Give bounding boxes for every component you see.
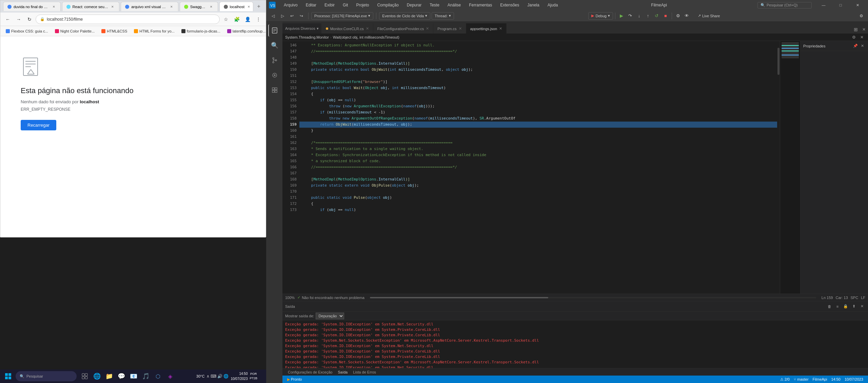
app4-btn[interactable]: ◈ xyxy=(164,370,176,382)
titlebar-exibir[interactable]: Exibir xyxy=(322,1,337,9)
step-over-button[interactable]: ↷ xyxy=(626,12,634,20)
breadcrumb-class[interactable]: System.Threading.Monitor xyxy=(285,35,329,39)
debug-config-dropdown[interactable]: ▶ Debug ▾ xyxy=(588,12,613,20)
tab-close-btn-3[interactable]: ✕ xyxy=(499,26,502,31)
menu-button[interactable]: ⋮ xyxy=(254,15,263,24)
volume-icon[interactable]: 🔊 xyxy=(217,374,222,379)
process-dropdown[interactable]: Processo: [16176] FilmeApi.exe ▾ xyxy=(311,12,373,20)
stop-button[interactable]: ■ xyxy=(662,12,670,20)
profile-button[interactable]: 👤 xyxy=(243,15,252,24)
maximize-button[interactable]: □ xyxy=(833,0,848,10)
editor-tab-2[interactable]: Program.cs ✕ xyxy=(433,23,466,34)
clear-output-btn[interactable]: 🗑 xyxy=(826,303,833,310)
browser-tab-3[interactable]: Swagger UI ✕ xyxy=(180,2,218,11)
address-bar[interactable]: 🔒 localhost:7150/filme xyxy=(36,15,220,24)
extensions-sidebar-icon[interactable] xyxy=(268,84,280,96)
taskbar-search[interactable]: 🔍 Pesquisar xyxy=(16,371,77,381)
bottom-tab-0[interactable]: Configurações de Exceção xyxy=(285,369,335,375)
project-item[interactable]: FilmeApi xyxy=(811,376,829,383)
extensions-button[interactable]: 🧩 xyxy=(232,15,241,24)
close-button[interactable]: ✕ xyxy=(850,0,865,10)
settings-btn[interactable]: ⚙ xyxy=(850,34,857,41)
edge-btn[interactable]: 🌐 xyxy=(91,370,103,382)
close-all-tabs[interactable]: ✕ xyxy=(860,25,868,34)
run-status-item[interactable]: ▶ Pronto xyxy=(285,376,304,383)
editor-tab-1[interactable]: FileConfigurationProvider.cs ✕ xyxy=(373,23,434,34)
open-output-btn[interactable]: ⬆ xyxy=(850,303,857,310)
tray-up-icon[interactable]: ∧ xyxy=(206,374,210,379)
titlebar-git[interactable]: Git xyxy=(340,1,351,9)
errors-item[interactable]: ⚠ 2/0 xyxy=(778,376,792,383)
file-explorer-btn[interactable]: 📁 xyxy=(103,370,115,382)
toolbar-undo[interactable]: ↩ xyxy=(288,12,296,20)
app3-btn[interactable]: ⬡ xyxy=(152,370,164,382)
live-share-button[interactable]: ↗ Live Share xyxy=(695,13,723,19)
show-desktop-btn[interactable] xyxy=(259,370,263,382)
start-button[interactable] xyxy=(1,369,15,383)
browser-tab-4[interactable]: localhost ✕ xyxy=(219,2,253,11)
close-editor-btn[interactable]: ✕ xyxy=(859,34,865,41)
tab-close-0[interactable]: ✕ xyxy=(52,4,56,9)
forward-button[interactable]: → xyxy=(14,15,23,24)
explorer-icon[interactable] xyxy=(268,24,280,37)
minimize-button[interactable]: — xyxy=(816,0,831,10)
git-icon[interactable] xyxy=(268,54,280,66)
tab-close-btn-0[interactable]: ✕ xyxy=(366,26,369,31)
output-source-select[interactable]: Depuração xyxy=(316,313,344,319)
titlebar-ferramentas[interactable]: Ferramentas xyxy=(466,1,495,9)
clock[interactable]: 14:50 10/07/2023 xyxy=(231,371,248,381)
titlebar-teste[interactable]: Teste xyxy=(427,1,442,9)
tab-close-btn-1[interactable]: ✕ xyxy=(426,26,429,31)
debug-sidebar-icon[interactable] xyxy=(268,69,280,81)
scrollbar-thumb[interactable] xyxy=(777,48,780,75)
tab-close-1[interactable]: ✕ xyxy=(110,4,115,9)
restart-button[interactable]: ↺ xyxy=(653,12,661,20)
titlebar-compilacao[interactable]: Compilação xyxy=(374,1,401,9)
zoom-level[interactable]: 100% xyxy=(285,296,295,300)
editor-scrollbar[interactable] xyxy=(777,41,780,294)
tab-close-btn-2[interactable]: ✕ xyxy=(459,26,462,31)
bookmark-0[interactable]: Flexbox CSS: guia c... xyxy=(3,28,51,34)
titlebar-arquivo[interactable]: Arquivo xyxy=(281,1,300,9)
step-out-button[interactable]: ↑ xyxy=(644,12,652,20)
titlebar-analise[interactable]: Análise xyxy=(445,1,463,9)
search-sidebar-icon[interactable]: 🔍 xyxy=(268,39,280,51)
breakpoint-button[interactable]: ⚙ xyxy=(674,12,682,20)
tab-close-3[interactable]: ✕ xyxy=(209,4,214,9)
tab-close-2[interactable]: ✕ xyxy=(169,4,174,9)
reload-button[interactable]: ↻ xyxy=(25,15,34,24)
watch-button[interactable]: 👁 xyxy=(683,12,691,20)
taskview-btn[interactable] xyxy=(79,370,91,382)
code-editor[interactable]: ** Exceptions: ArgumentNullException if … xyxy=(299,41,777,294)
titlebar-janela[interactable]: Janela xyxy=(525,1,542,9)
app2-btn[interactable]: 🎵 xyxy=(140,370,152,382)
new-tab-button[interactable]: + xyxy=(255,2,263,11)
back-button[interactable]: ← xyxy=(3,15,13,24)
branch-item[interactable]: ⑂ master xyxy=(792,376,811,383)
bottom-tab-2[interactable]: Lista de Erros xyxy=(350,369,379,375)
app1-btn[interactable]: 📧 xyxy=(127,370,140,382)
tab-close-4[interactable]: ✕ xyxy=(246,4,251,9)
bookmark-4[interactable]: formulario-js-dicas... xyxy=(179,28,223,34)
toolbar-back[interactable]: ◁ xyxy=(269,12,277,20)
step-into-button[interactable]: ↓ xyxy=(635,12,643,20)
titlebar-extensoes[interactable]: Extensões xyxy=(497,1,522,9)
events-dropdown[interactable]: Eventos de Ciclo de Vida ▾ xyxy=(379,12,430,20)
titlebar-ajuda[interactable]: Ajuda xyxy=(545,1,561,9)
editor-tab-0[interactable]: Monitor.CoreCLR.cs ✕ xyxy=(322,23,373,34)
pin-button[interactable]: 📌 xyxy=(852,43,859,49)
browser-tab-0[interactable]: duvida no final do proje... ✕ xyxy=(3,2,61,11)
explorer-dropdown[interactable]: Arquivos Diversos ▾ xyxy=(282,23,322,34)
breadcrumb-method[interactable]: Wait(object obj, int millisecondsTimeout… xyxy=(333,35,399,39)
editor-tab-3[interactable]: appsettings.json ✕ xyxy=(466,23,507,34)
titlebar-editar[interactable]: Editar xyxy=(303,1,319,9)
panel-close[interactable]: ✕ xyxy=(859,43,865,49)
titlebar-depurar[interactable]: Depurar xyxy=(404,1,424,9)
bookmark-star[interactable]: ☆ xyxy=(221,15,231,24)
teams-btn[interactable]: 💬 xyxy=(115,370,127,382)
bookmark-2[interactable]: HTML&CSS xyxy=(99,28,130,34)
split-editor-button[interactable]: ⊞ xyxy=(852,25,860,34)
bookmark-5[interactable]: latentflip.com/loup... xyxy=(224,28,269,34)
network-icon[interactable]: 🌐 xyxy=(223,374,229,379)
titlebar-projeto[interactable]: Projeto xyxy=(353,1,372,9)
